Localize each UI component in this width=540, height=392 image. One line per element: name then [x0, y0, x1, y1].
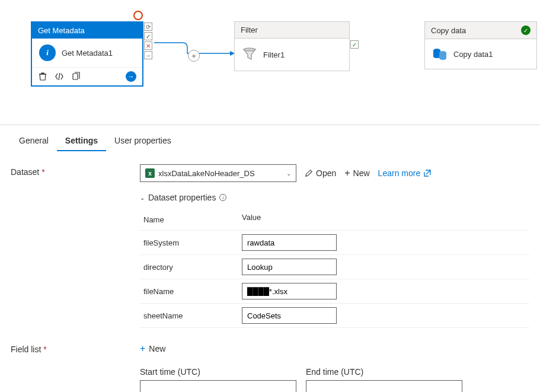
port-success[interactable]: ✓	[144, 32, 152, 40]
activity-filter[interactable]: Filter Filter1	[234, 21, 350, 71]
chevron-down-icon: ⌄	[286, 170, 291, 177]
activity-name: Filter1	[263, 50, 285, 59]
activity-title: Filter	[235, 22, 349, 39]
prop-name: sheetName	[140, 309, 242, 323]
table-row: fileSystem	[140, 230, 529, 254]
dataset-label: Dataset *	[11, 164, 140, 177]
dataset-value: xlsxDataLakeNoHeader_DS	[158, 169, 286, 178]
col-value-header: Value	[242, 213, 261, 227]
prop-value-input[interactable]	[242, 234, 337, 251]
port-skip[interactable]: →	[144, 51, 152, 59]
expand-icon[interactable]: →	[126, 71, 136, 82]
tab-settings[interactable]: Settings	[57, 131, 106, 151]
svg-rect-0	[73, 74, 78, 79]
pipeline-canvas[interactable]: Get Metadata i Get Metadata1 → ⟳ ✓ ✕ → +…	[0, 0, 540, 119]
port-failure[interactable]: ✕	[144, 42, 152, 50]
learn-more-link[interactable]: Learn more	[378, 168, 432, 178]
info-icon: i	[39, 44, 56, 61]
property-tabs: General Settings User properties	[0, 125, 540, 151]
start-time-label: Start time (UTC)	[140, 367, 296, 377]
svg-text:x: x	[148, 170, 152, 177]
dataset-properties-table: Name Value fileSystem directory fileName…	[140, 209, 529, 328]
prop-name: directory	[140, 260, 242, 274]
svg-point-2	[244, 48, 255, 51]
activity-title: Get Metadata	[32, 23, 142, 39]
excel-icon: x	[145, 168, 155, 178]
dataset-properties-toggle[interactable]: ⌄ Dataset properties i	[140, 193, 529, 202]
activity-copy-data[interactable]: Copy data ✓ Copy data1	[424, 21, 537, 69]
external-link-icon	[423, 169, 432, 177]
table-row: fileName	[140, 279, 529, 303]
activity-title: Copy data	[431, 26, 466, 35]
col-name-header: Name	[140, 213, 242, 227]
code-icon[interactable]	[55, 72, 64, 81]
copy-icon[interactable]	[71, 72, 81, 81]
start-time-input[interactable]	[140, 380, 296, 392]
funnel-icon	[242, 47, 257, 62]
plus-icon: +	[344, 168, 350, 178]
activity-name: Get Metadata1	[62, 49, 113, 58]
table-row: sheetName	[140, 303, 529, 328]
settings-panel: Dataset * x xlsxDataLakeNoHeader_DS ⌄ Op…	[0, 151, 540, 392]
prop-value-input[interactable]	[242, 307, 337, 324]
breakpoint-indicator	[133, 11, 143, 20]
new-field-button[interactable]: + New	[140, 343, 165, 354]
table-row: directory	[140, 254, 529, 279]
port-completion[interactable]: ⟳	[144, 23, 152, 31]
tab-general[interactable]: General	[11, 131, 57, 151]
info-icon[interactable]: i	[219, 194, 226, 201]
plus-icon: +	[140, 343, 145, 354]
field-list-label: Field list *	[11, 343, 140, 354]
dataset-dropdown[interactable]: x xlsxDataLakeNoHeader_DS ⌄	[140, 164, 296, 182]
chevron-down-icon: ⌄	[140, 195, 145, 201]
output-ports: ⟳ ✓ ✕ →	[144, 23, 152, 59]
prop-value-input[interactable]	[242, 283, 337, 299]
pencil-icon	[305, 169, 313, 177]
new-dataset-button[interactable]: + New	[344, 168, 369, 178]
prop-name: fileName	[140, 285, 242, 298]
prop-name: fileSystem	[140, 236, 242, 250]
success-badge-icon: ✓	[521, 26, 531, 35]
end-time-label: End time (UTC)	[306, 367, 462, 377]
delete-icon[interactable]	[38, 72, 47, 81]
activity-name: Copy data1	[453, 50, 493, 59]
tab-user-properties[interactable]: User properties	[106, 131, 180, 151]
database-copy-icon	[432, 47, 448, 60]
prop-value-input[interactable]	[242, 259, 337, 275]
open-dataset-button[interactable]: Open	[305, 168, 336, 178]
activity-get-metadata[interactable]: Get Metadata i Get Metadata1 →	[31, 21, 143, 87]
end-time-input[interactable]	[306, 380, 462, 392]
add-activity-button[interactable]: +	[188, 50, 200, 62]
port-success[interactable]: ✓	[350, 40, 359, 49]
